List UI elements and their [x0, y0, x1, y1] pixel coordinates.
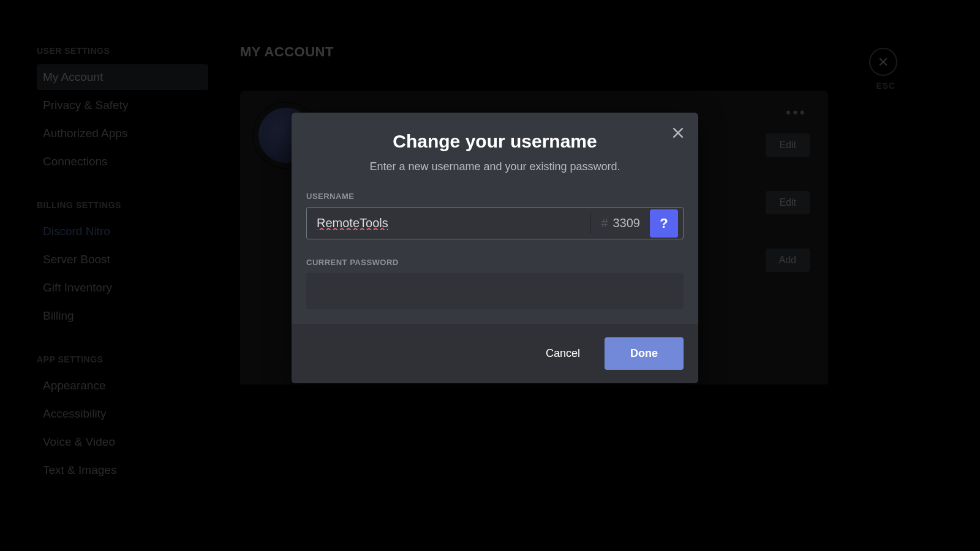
help-button[interactable]: ?	[650, 209, 678, 238]
modal-title: Change your username	[306, 131, 684, 152]
discriminator-value: 3309	[613, 216, 641, 230]
modal-subtitle: Enter a new username and your existing p…	[306, 160, 684, 173]
current-password-input[interactable]	[306, 273, 684, 309]
change-username-modal: Change your username Enter a new usernam…	[292, 113, 698, 383]
close-icon	[670, 125, 686, 141]
username-input[interactable]	[307, 208, 590, 239]
modal-footer: Cancel Done	[292, 324, 698, 383]
hash-symbol: #	[601, 216, 608, 230]
cancel-button[interactable]: Cancel	[533, 339, 592, 369]
username-label: Username	[306, 192, 684, 201]
modal-close-button[interactable]	[670, 125, 686, 143]
username-field-wrap: # 3309 ?	[306, 207, 684, 239]
password-label: Current Password	[306, 258, 684, 267]
done-button[interactable]: Done	[605, 337, 684, 370]
discriminator: # 3309	[591, 208, 650, 239]
